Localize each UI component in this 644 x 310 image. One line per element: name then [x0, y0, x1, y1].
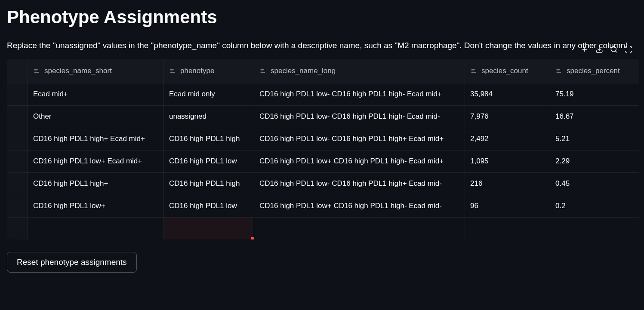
- cell-species-percent[interactable]: 5.21: [550, 128, 640, 150]
- cell-species-percent[interactable]: 75.19: [550, 83, 640, 105]
- cell-species-count[interactable]: 35,984: [465, 83, 550, 105]
- sort-icon: [555, 68, 562, 74]
- cell-species-count[interactable]: 216: [465, 172, 550, 195]
- col-label: phenotype: [180, 67, 214, 75]
- table-toolbar: [578, 43, 635, 55]
- cell-species-name-long[interactable]: [254, 217, 465, 239]
- svg-point-3: [611, 46, 616, 52]
- cell-phenotype[interactable]: CD16 high PDL1 high: [164, 128, 254, 150]
- cell-species-percent[interactable]: 16.67: [550, 105, 640, 128]
- cell-species-percent[interactable]: 0.2: [550, 195, 640, 217]
- table-row[interactable]: CD16 high PDL1 low+ Ecad mid+CD16 high P…: [7, 150, 640, 172]
- cell-species-percent[interactable]: [550, 217, 640, 239]
- col-label: species_name_long: [271, 67, 336, 75]
- download-icon: [595, 46, 603, 53]
- cell-species-count[interactable]: 96: [465, 195, 550, 217]
- col-species-name-long[interactable]: species_name_long: [254, 59, 465, 83]
- download-button[interactable]: [592, 43, 606, 55]
- phenotype-table[interactable]: species_name_short phenotype species_nam…: [7, 59, 640, 240]
- fullscreen-button[interactable]: [622, 43, 635, 55]
- row-number-header: [7, 59, 28, 83]
- col-species-name-short[interactable]: species_name_short: [28, 59, 164, 83]
- cell-phenotype[interactable]: CD16 high PDL1 low: [164, 150, 254, 172]
- col-species-count[interactable]: species_count: [465, 59, 550, 83]
- row-number-cell: [7, 172, 28, 195]
- instructions-text: Replace the "unassigned" values in the "…: [7, 40, 635, 52]
- cell-phenotype[interactable]: Ecad mid only: [164, 83, 254, 105]
- table-row[interactable]: CD16 high PDL1 high+CD16 high PDL1 highC…: [7, 172, 640, 195]
- cell-species-name-long[interactable]: CD16 high PDL1 low+ CD16 high PDL1 high-…: [254, 195, 465, 217]
- svg-line-4: [615, 51, 616, 52]
- add-row-button[interactable]: [578, 43, 592, 55]
- cell-species-percent[interactable]: 2.29: [550, 150, 640, 172]
- search-icon: [610, 46, 618, 53]
- cell-species-name-long[interactable]: CD16 high PDL1 low- CD16 high PDL1 high-…: [254, 105, 465, 128]
- data-editor: species_name_short phenotype species_nam…: [7, 59, 637, 240]
- row-number-cell: [7, 128, 28, 150]
- cell-species-name-short[interactable]: CD16 high PDL1 low+: [28, 195, 164, 217]
- cell-species-name-short[interactable]: CD16 high PDL1 low+ Ecad mid+: [28, 150, 164, 172]
- row-number-cell: [7, 217, 28, 239]
- col-label: species_count: [481, 67, 528, 75]
- col-species-percent[interactable]: species_percent: [550, 59, 640, 83]
- cell-species-count[interactable]: [465, 217, 550, 239]
- sort-icon: [470, 68, 477, 74]
- fullscreen-icon: [625, 46, 632, 53]
- sort-icon: [169, 68, 176, 74]
- reset-phenotype-button[interactable]: Reset phenotype assignments: [7, 252, 137, 273]
- cell-species-name-long[interactable]: CD16 high PDL1 low- CD16 high PDL1 high+…: [254, 128, 465, 150]
- cell-species-name-short[interactable]: CD16 high PDL1 high+: [28, 172, 164, 195]
- table-row[interactable]: CD16 high PDL1 low+CD16 high PDL1 lowCD1…: [7, 195, 640, 217]
- new-row[interactable]: [7, 217, 640, 239]
- row-number-cell: [7, 105, 28, 128]
- cell-species-name-short[interactable]: [28, 217, 164, 239]
- cell-phenotype[interactable]: CD16 high PDL1 low: [164, 195, 254, 217]
- cell-species-name-short[interactable]: Other: [28, 105, 164, 128]
- search-button[interactable]: [607, 43, 621, 55]
- table-row[interactable]: CD16 high PDL1 high+ Ecad mid+CD16 high …: [7, 128, 640, 150]
- page-title: Phenotype Assignments: [7, 7, 637, 28]
- row-number-cell: [7, 150, 28, 172]
- cell-phenotype[interactable]: unassigned: [164, 105, 254, 128]
- cell-species-percent[interactable]: 0.45: [550, 172, 640, 195]
- plus-icon: [581, 46, 589, 53]
- cell-species-name-short[interactable]: CD16 high PDL1 high+ Ecad mid+: [28, 128, 164, 150]
- cell-species-name-long[interactable]: CD16 high PDL1 low+ CD16 high PDL1 high-…: [254, 150, 465, 172]
- sort-icon: [259, 68, 266, 74]
- sort-icon: [33, 68, 40, 74]
- table-row[interactable]: Ecad mid+Ecad mid onlyCD16 high PDL1 low…: [7, 83, 640, 105]
- row-number-cell: [7, 195, 28, 217]
- col-phenotype[interactable]: phenotype: [164, 59, 254, 83]
- cell-species-count[interactable]: 1,095: [465, 150, 550, 172]
- cell-species-name-short[interactable]: Ecad mid+: [28, 83, 164, 105]
- col-label: species_percent: [567, 67, 620, 75]
- row-number-cell: [7, 83, 28, 105]
- cell-species-name-long[interactable]: CD16 high PDL1 low- CD16 high PDL1 high-…: [254, 83, 465, 105]
- table-row[interactable]: OtherunassignedCD16 high PDL1 low- CD16 …: [7, 105, 640, 128]
- cell-phenotype[interactable]: CD16 high PDL1 high: [164, 172, 254, 195]
- table-header-row: species_name_short phenotype species_nam…: [7, 59, 640, 83]
- cell-phenotype-editing[interactable]: [164, 217, 254, 239]
- cell-species-count[interactable]: 2,492: [465, 128, 550, 150]
- col-label: species_name_short: [44, 67, 112, 75]
- cell-species-name-long[interactable]: CD16 high PDL1 low- CD16 high PDL1 high+…: [254, 172, 465, 195]
- cell-species-count[interactable]: 7,976: [465, 105, 550, 128]
